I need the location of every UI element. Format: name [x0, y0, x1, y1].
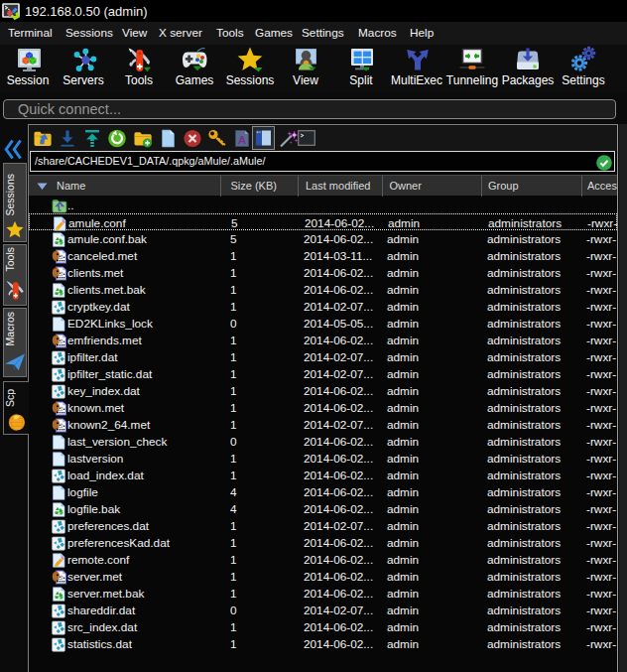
svg-text:A: A [238, 133, 246, 145]
